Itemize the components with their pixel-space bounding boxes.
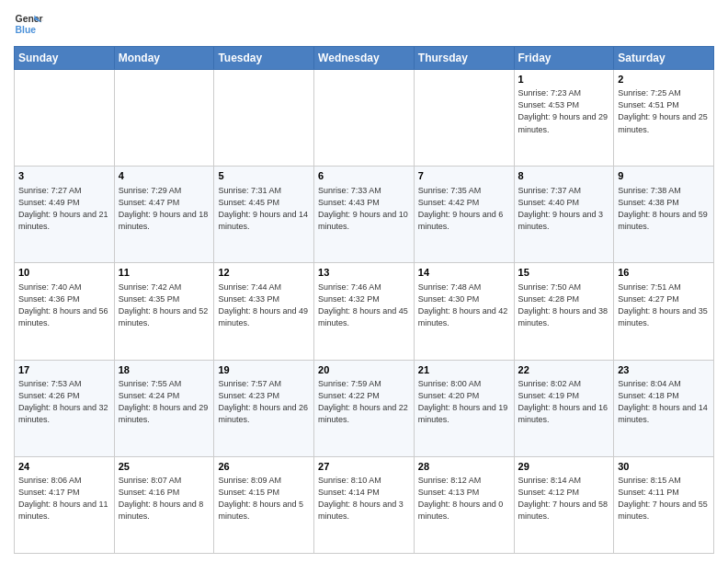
day-header-sunday: Sunday: [15, 47, 115, 70]
day-info: Sunrise: 7:46 AM Sunset: 4:32 PM Dayligh…: [318, 282, 410, 329]
calendar-cell: 28Sunrise: 8:12 AM Sunset: 4:13 PM Dayli…: [414, 456, 514, 553]
day-info: Sunrise: 7:29 AM Sunset: 4:47 PM Dayligh…: [119, 185, 210, 233]
calendar-cell: 16Sunrise: 7:51 AM Sunset: 4:27 PM Dayli…: [614, 263, 714, 360]
day-header-friday: Friday: [514, 47, 614, 70]
calendar-cell: 24Sunrise: 8:06 AM Sunset: 4:17 PM Dayli…: [15, 456, 115, 553]
day-info: Sunrise: 7:42 AM Sunset: 4:35 PM Dayligh…: [119, 282, 210, 329]
day-number: 20: [318, 363, 410, 377]
calendar-header-row: SundayMondayTuesdayWednesdayThursdayFrid…: [15, 47, 714, 70]
day-info: Sunrise: 8:12 AM Sunset: 4:13 PM Dayligh…: [418, 475, 510, 523]
day-header-wednesday: Wednesday: [314, 47, 415, 70]
day-info: Sunrise: 8:10 AM Sunset: 4:14 PM Dayligh…: [318, 475, 410, 523]
calendar-cell: 17Sunrise: 7:53 AM Sunset: 4:26 PM Dayli…: [15, 360, 115, 456]
day-number: 16: [618, 266, 710, 280]
day-number: 1: [518, 73, 610, 86]
calendar-cell: [414, 70, 514, 167]
day-info: Sunrise: 8:00 AM Sunset: 4:20 PM Dayligh…: [418, 378, 510, 426]
calendar-cell: 23Sunrise: 8:04 AM Sunset: 4:18 PM Dayli…: [614, 360, 714, 456]
calendar-cell: 2Sunrise: 7:25 AM Sunset: 4:51 PM Daylig…: [614, 70, 714, 167]
day-number: 4: [119, 169, 210, 183]
calendar-cell: 8Sunrise: 7:37 AM Sunset: 4:40 PM Daylig…: [514, 167, 614, 263]
day-info: Sunrise: 7:55 AM Sunset: 4:24 PM Dayligh…: [119, 378, 210, 426]
calendar-cell: 18Sunrise: 7:55 AM Sunset: 4:24 PM Dayli…: [114, 360, 214, 456]
calendar-cell: 3Sunrise: 7:27 AM Sunset: 4:49 PM Daylig…: [15, 167, 115, 263]
day-info: Sunrise: 8:14 AM Sunset: 4:12 PM Dayligh…: [518, 475, 610, 523]
day-header-monday: Monday: [114, 47, 214, 70]
day-number: 7: [418, 169, 510, 183]
day-number: 10: [18, 266, 110, 280]
day-info: Sunrise: 7:51 AM Sunset: 4:27 PM Dayligh…: [618, 282, 710, 329]
day-number: 17: [18, 363, 110, 377]
calendar-cell: 30Sunrise: 8:15 AM Sunset: 4:11 PM Dayli…: [614, 456, 714, 553]
day-number: 8: [518, 169, 610, 183]
logo-icon: General Blue: [14, 9, 43, 39]
logo: General Blue: [14, 9, 43, 39]
day-number: 25: [119, 460, 210, 474]
calendar-cell: [114, 70, 214, 167]
day-info: Sunrise: 7:44 AM Sunset: 4:33 PM Dayligh…: [218, 282, 310, 329]
calendar-cell: 15Sunrise: 7:50 AM Sunset: 4:28 PM Dayli…: [514, 263, 614, 360]
day-info: Sunrise: 8:09 AM Sunset: 4:15 PM Dayligh…: [218, 475, 310, 523]
day-info: Sunrise: 7:53 AM Sunset: 4:26 PM Dayligh…: [18, 378, 110, 426]
calendar-cell: 19Sunrise: 7:57 AM Sunset: 4:23 PM Dayli…: [214, 360, 314, 456]
day-info: Sunrise: 7:50 AM Sunset: 4:28 PM Dayligh…: [518, 282, 610, 329]
calendar-week-5: 24Sunrise: 8:06 AM Sunset: 4:17 PM Dayli…: [15, 456, 714, 553]
calendar-cell: 9Sunrise: 7:38 AM Sunset: 4:38 PM Daylig…: [614, 167, 714, 263]
day-number: 5: [218, 169, 310, 183]
day-number: 21: [418, 363, 510, 377]
calendar-week-3: 10Sunrise: 7:40 AM Sunset: 4:36 PM Dayli…: [15, 263, 714, 360]
day-info: Sunrise: 7:57 AM Sunset: 4:23 PM Dayligh…: [218, 378, 310, 426]
calendar-cell: 22Sunrise: 8:02 AM Sunset: 4:19 PM Dayli…: [514, 360, 614, 456]
day-info: Sunrise: 7:35 AM Sunset: 4:42 PM Dayligh…: [418, 185, 510, 233]
calendar-cell: [314, 70, 415, 167]
calendar-cell: 1Sunrise: 7:23 AM Sunset: 4:53 PM Daylig…: [514, 70, 614, 167]
calendar-cell: 27Sunrise: 8:10 AM Sunset: 4:14 PM Dayli…: [314, 456, 415, 553]
day-number: 24: [18, 460, 110, 474]
day-number: 28: [418, 460, 510, 474]
day-number: 27: [318, 460, 410, 474]
day-number: 15: [518, 266, 610, 280]
calendar-cell: 26Sunrise: 8:09 AM Sunset: 4:15 PM Dayli…: [214, 456, 314, 553]
day-number: 2: [618, 73, 710, 86]
day-info: Sunrise: 7:25 AM Sunset: 4:51 PM Dayligh…: [618, 87, 710, 135]
page-header: General Blue: [14, 9, 714, 39]
svg-text:Blue: Blue: [16, 25, 37, 35]
calendar-cell: 6Sunrise: 7:33 AM Sunset: 4:43 PM Daylig…: [314, 167, 415, 263]
calendar-cell: 13Sunrise: 7:46 AM Sunset: 4:32 PM Dayli…: [314, 263, 415, 360]
day-number: 6: [318, 169, 410, 183]
calendar-cell: 20Sunrise: 7:59 AM Sunset: 4:22 PM Dayli…: [314, 360, 415, 456]
day-header-tuesday: Tuesday: [214, 47, 314, 70]
day-number: 9: [618, 169, 710, 183]
day-number: 19: [218, 363, 310, 377]
calendar-week-4: 17Sunrise: 7:53 AM Sunset: 4:26 PM Dayli…: [15, 360, 714, 456]
calendar-cell: 14Sunrise: 7:48 AM Sunset: 4:30 PM Dayli…: [414, 263, 514, 360]
day-number: 26: [218, 460, 310, 474]
day-header-thursday: Thursday: [414, 47, 514, 70]
calendar-cell: 7Sunrise: 7:35 AM Sunset: 4:42 PM Daylig…: [414, 167, 514, 263]
day-info: Sunrise: 7:40 AM Sunset: 4:36 PM Dayligh…: [18, 282, 110, 329]
day-info: Sunrise: 7:48 AM Sunset: 4:30 PM Dayligh…: [418, 282, 510, 329]
day-number: 14: [418, 266, 510, 280]
day-info: Sunrise: 7:37 AM Sunset: 4:40 PM Dayligh…: [518, 185, 610, 233]
calendar-week-1: 1Sunrise: 7:23 AM Sunset: 4:53 PM Daylig…: [15, 70, 714, 167]
day-info: Sunrise: 8:07 AM Sunset: 4:16 PM Dayligh…: [119, 475, 210, 523]
day-info: Sunrise: 7:23 AM Sunset: 4:53 PM Dayligh…: [518, 87, 610, 135]
day-info: Sunrise: 7:38 AM Sunset: 4:38 PM Dayligh…: [618, 185, 710, 233]
calendar-cell: 25Sunrise: 8:07 AM Sunset: 4:16 PM Dayli…: [114, 456, 214, 553]
day-info: Sunrise: 7:27 AM Sunset: 4:49 PM Dayligh…: [18, 185, 110, 233]
day-number: 13: [318, 266, 410, 280]
day-number: 11: [119, 266, 210, 280]
day-info: Sunrise: 8:15 AM Sunset: 4:11 PM Dayligh…: [618, 475, 710, 523]
day-number: 22: [518, 363, 610, 377]
day-number: 18: [119, 363, 210, 377]
day-info: Sunrise: 8:04 AM Sunset: 4:18 PM Dayligh…: [618, 378, 710, 426]
day-info: Sunrise: 7:31 AM Sunset: 4:45 PM Dayligh…: [218, 185, 310, 233]
calendar-table: SundayMondayTuesdayWednesdayThursdayFrid…: [14, 46, 714, 554]
calendar-cell: 10Sunrise: 7:40 AM Sunset: 4:36 PM Dayli…: [15, 263, 115, 360]
day-header-saturday: Saturday: [614, 47, 714, 70]
day-number: 29: [518, 460, 610, 474]
calendar-cell: 4Sunrise: 7:29 AM Sunset: 4:47 PM Daylig…: [114, 167, 214, 263]
calendar-cell: [15, 70, 115, 167]
svg-text:General: General: [16, 14, 43, 24]
day-number: 12: [218, 266, 310, 280]
